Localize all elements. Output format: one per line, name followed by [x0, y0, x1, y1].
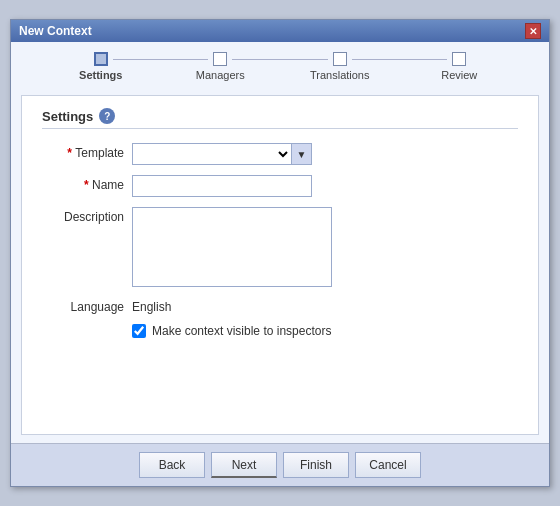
- step-managers[interactable]: Managers: [161, 52, 281, 81]
- dialog: New Context ✕ Settings Managers Translat…: [10, 19, 550, 487]
- description-control: [132, 207, 332, 287]
- visible-checkbox-row: Make context visible to inspectors: [132, 324, 518, 338]
- template-row: * Template ▼: [42, 143, 518, 165]
- description-textarea[interactable]: [132, 207, 332, 287]
- finish-button[interactable]: Finish: [283, 452, 349, 478]
- step-settings-icon: [94, 52, 108, 66]
- help-icon[interactable]: ?: [99, 108, 115, 124]
- template-required-star: *: [67, 146, 75, 160]
- cancel-button[interactable]: Cancel: [355, 452, 421, 478]
- template-select[interactable]: [133, 144, 291, 164]
- template-label: * Template: [42, 143, 132, 160]
- dialog-body: Settings Managers Translations Review Se…: [11, 42, 549, 486]
- step-managers-icon: [213, 52, 227, 66]
- step-translations-label: Translations: [310, 69, 370, 81]
- template-select-wrapper: ▼: [132, 143, 312, 165]
- language-label: Language: [42, 297, 132, 314]
- section-divider: [42, 128, 518, 129]
- dialog-title: New Context: [19, 24, 92, 38]
- close-button[interactable]: ✕: [525, 23, 541, 39]
- visible-checkbox[interactable]: [132, 324, 146, 338]
- step-review[interactable]: Review: [400, 52, 520, 81]
- language-value: English: [132, 297, 171, 314]
- step-managers-label: Managers: [196, 69, 245, 81]
- name-row: * Name: [42, 175, 518, 197]
- title-bar: New Context ✕: [11, 20, 549, 42]
- description-label: Description: [42, 207, 132, 224]
- visible-checkbox-label: Make context visible to inspectors: [152, 324, 331, 338]
- next-button[interactable]: Next: [211, 452, 277, 478]
- name-required-star: *: [84, 178, 92, 192]
- description-row: Description: [42, 207, 518, 287]
- footer: Back Next Finish Cancel: [11, 443, 549, 486]
- step-review-label: Review: [441, 69, 477, 81]
- wizard-steps: Settings Managers Translations Review: [11, 42, 549, 87]
- section-title-text: Settings: [42, 109, 93, 124]
- template-control: ▼: [132, 143, 312, 165]
- step-review-icon: [452, 52, 466, 66]
- content-area: Settings ? * Template ▼ * Nam: [21, 95, 539, 435]
- step-settings[interactable]: Settings: [41, 52, 161, 81]
- name-label: * Name: [42, 175, 132, 192]
- name-control: [132, 175, 312, 197]
- template-dropdown-arrow[interactable]: ▼: [291, 144, 311, 164]
- name-input[interactable]: [132, 175, 312, 197]
- step-settings-label: Settings: [79, 69, 122, 81]
- step-translations[interactable]: Translations: [280, 52, 400, 81]
- back-button[interactable]: Back: [139, 452, 205, 478]
- step-translations-icon: [333, 52, 347, 66]
- language-row: Language English: [42, 297, 518, 314]
- section-header: Settings ?: [42, 108, 518, 124]
